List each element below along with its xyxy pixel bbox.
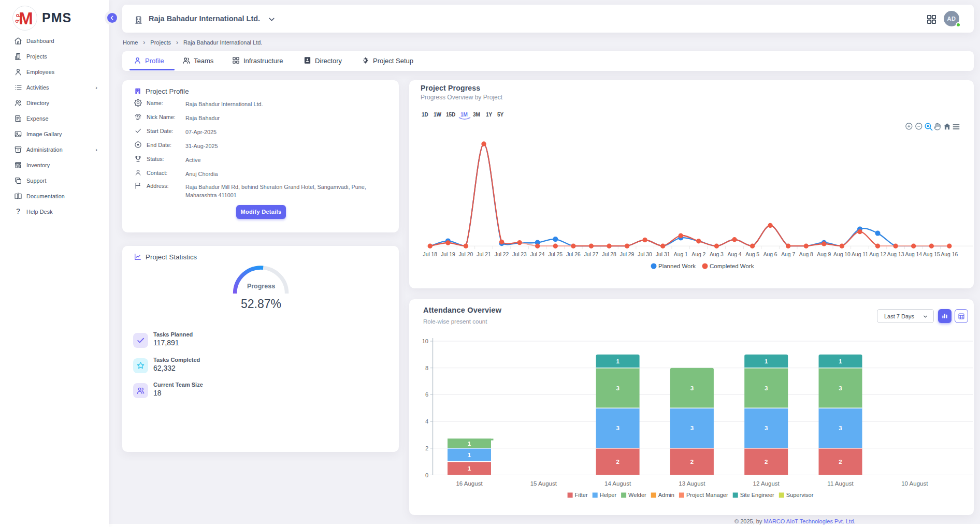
- svg-text:Aug 9: Aug 9: [817, 252, 831, 257]
- svg-text:Jul 28: Jul 28: [602, 252, 616, 257]
- svg-text:0: 0: [425, 472, 428, 478]
- svg-text:4: 4: [425, 418, 428, 424]
- svg-text:15 August: 15 August: [530, 480, 557, 487]
- svg-text:Jul 31: Jul 31: [656, 252, 670, 257]
- svg-text:3: 3: [765, 425, 768, 431]
- svg-text:Jul 20: Jul 20: [459, 252, 473, 257]
- svg-text:3: 3: [616, 425, 619, 431]
- svg-text:Aug 5: Aug 5: [745, 252, 759, 257]
- svg-text:Aug 14: Aug 14: [905, 252, 922, 257]
- svg-text:1: 1: [839, 358, 842, 364]
- svg-text:3: 3: [839, 385, 842, 391]
- svg-text:8: 8: [425, 365, 428, 371]
- svg-text:3: 3: [690, 385, 694, 391]
- svg-text:Jul 26: Jul 26: [566, 252, 581, 257]
- svg-text:2: 2: [839, 459, 842, 465]
- svg-text:1: 1: [616, 358, 619, 364]
- svg-text:Jul 29: Jul 29: [620, 252, 635, 257]
- svg-text:Admin: Admin: [658, 492, 674, 498]
- svg-text:Jul 22: Jul 22: [495, 252, 509, 257]
- svg-text:3: 3: [616, 385, 619, 391]
- svg-text:1: 1: [468, 465, 471, 472]
- svg-text:Jul 27: Jul 27: [584, 252, 599, 257]
- svg-text:Aug 7: Aug 7: [781, 252, 795, 257]
- svg-text:Jul 19: Jul 19: [441, 252, 455, 257]
- svg-text:3: 3: [765, 385, 768, 391]
- svg-text:Fitter: Fitter: [575, 492, 588, 498]
- svg-text:2: 2: [425, 445, 428, 451]
- svg-text:2: 2: [616, 459, 619, 465]
- svg-text:Aug 16: Aug 16: [941, 252, 958, 257]
- svg-text:1: 1: [765, 358, 768, 364]
- svg-text:Jul 21: Jul 21: [477, 252, 491, 257]
- svg-text:2: 2: [765, 459, 768, 465]
- svg-text:Jul 23: Jul 23: [512, 252, 527, 257]
- svg-text:Jul 18: Jul 18: [423, 252, 438, 257]
- svg-text:2: 2: [690, 459, 694, 465]
- svg-text:Aug 8: Aug 8: [799, 252, 813, 257]
- svg-text:Aug 2: Aug 2: [691, 252, 705, 257]
- svg-text:Aug 1: Aug 1: [674, 252, 688, 257]
- svg-text:Aug 15: Aug 15: [923, 252, 940, 257]
- svg-text:Aug 13: Aug 13: [887, 252, 904, 257]
- svg-text:16 August: 16 August: [456, 480, 483, 487]
- svg-text:Project Manager: Project Manager: [686, 492, 728, 498]
- svg-text:13 August: 13 August: [679, 480, 705, 487]
- svg-text:1: 1: [468, 441, 471, 447]
- svg-text:Aug 10: Aug 10: [833, 252, 851, 257]
- svg-text:Completed Work: Completed Work: [710, 263, 754, 269]
- svg-text:Welder: Welder: [628, 492, 646, 498]
- svg-text:11 August: 11 August: [827, 480, 854, 487]
- svg-text:Jul 24: Jul 24: [530, 252, 545, 257]
- svg-text:10: 10: [422, 338, 428, 344]
- svg-text:Aug 12: Aug 12: [869, 252, 886, 257]
- svg-text:3: 3: [839, 425, 842, 431]
- svg-text:Aug 11: Aug 11: [852, 252, 868, 257]
- svg-text:6: 6: [425, 391, 428, 398]
- svg-text:1: 1: [468, 452, 471, 458]
- svg-text:Jul 25: Jul 25: [549, 252, 563, 257]
- svg-text:Supervisor: Supervisor: [786, 492, 814, 498]
- svg-text:Site Engineer: Site Engineer: [740, 492, 774, 498]
- svg-text:Aug 6: Aug 6: [763, 252, 777, 257]
- svg-text:Planned Work: Planned Work: [658, 263, 696, 269]
- svg-text:Helper: Helper: [600, 492, 617, 498]
- svg-text:3: 3: [690, 425, 694, 431]
- svg-text:Aug 4: Aug 4: [728, 252, 742, 257]
- svg-text:14 August: 14 August: [604, 480, 631, 487]
- svg-text:12 August: 12 August: [753, 480, 780, 487]
- svg-text:Aug 3: Aug 3: [710, 252, 724, 257]
- svg-text:10 August: 10 August: [901, 480, 928, 487]
- svg-text:Jul 30: Jul 30: [638, 252, 652, 257]
